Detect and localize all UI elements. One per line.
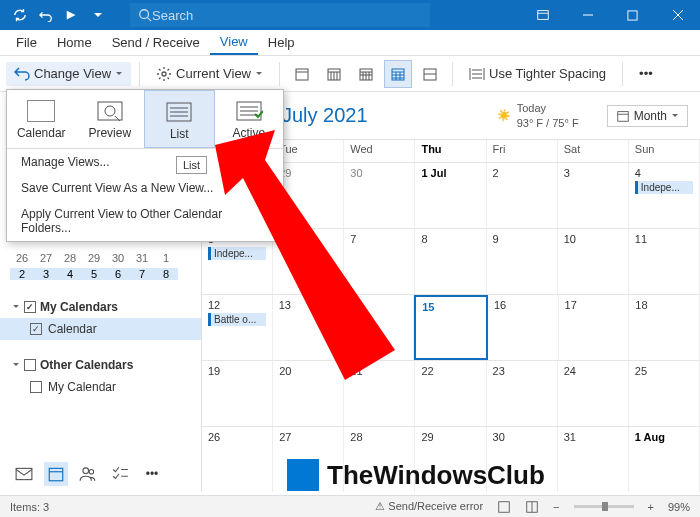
- search-input[interactable]: [152, 8, 422, 23]
- gallery-active[interactable]: Active: [215, 90, 284, 148]
- chevron-down-icon: [115, 70, 123, 78]
- ribbon-mode-icon[interactable]: [520, 0, 565, 30]
- svg-rect-16: [98, 102, 122, 120]
- day-cell[interactable]: 17: [559, 295, 630, 360]
- checkbox-icon[interactable]: [24, 359, 36, 371]
- schedule-view-button[interactable]: [416, 60, 444, 88]
- day-cell[interactable]: 26: [202, 427, 273, 492]
- close-icon[interactable]: [655, 0, 700, 30]
- minimize-icon[interactable]: [565, 0, 610, 30]
- qat-forward-icon[interactable]: [60, 3, 84, 27]
- status-items: Items: 3: [10, 501, 49, 513]
- gallery-apply-view[interactable]: Apply Current View to Other Calendar Fol…: [7, 201, 283, 241]
- event[interactable]: Battle o...: [208, 313, 266, 326]
- day-cell[interactable]: 23: [487, 361, 558, 426]
- day-cell[interactable]: 18: [629, 295, 700, 360]
- day-cell[interactable]: 16: [488, 295, 559, 360]
- gallery-list[interactable]: List: [144, 90, 215, 148]
- current-view-label: Current View: [176, 66, 251, 81]
- mail-icon[interactable]: [12, 462, 36, 486]
- day-cell[interactable]: 24: [558, 361, 629, 426]
- day-cell[interactable]: 1 Jul: [415, 163, 486, 228]
- chevron-down-icon: [671, 112, 679, 120]
- tasks-icon[interactable]: [108, 462, 132, 486]
- people-icon[interactable]: [76, 462, 100, 486]
- view-normal-icon[interactable]: [497, 500, 511, 514]
- undo-icon[interactable]: [34, 3, 58, 27]
- sidebar-my-calendar-item[interactable]: My Calendar: [0, 376, 201, 398]
- gallery-manage-views[interactable]: Manage Views...: [7, 149, 283, 175]
- change-view-button[interactable]: Change View: [6, 62, 131, 86]
- sync-icon[interactable]: [8, 3, 32, 27]
- month-title: July 2021: [282, 104, 368, 127]
- mini-cal-row[interactable]: 2345678: [0, 266, 201, 282]
- maximize-icon[interactable]: [610, 0, 655, 30]
- day-cell[interactable]: 27: [273, 427, 344, 492]
- menu-file[interactable]: File: [6, 31, 47, 54]
- day-cell[interactable]: 30: [344, 163, 415, 228]
- day-cell[interactable]: 7: [344, 229, 415, 294]
- menu-home[interactable]: Home: [47, 31, 102, 54]
- month-view-button[interactable]: [384, 60, 412, 88]
- view-reading-icon[interactable]: [525, 500, 539, 514]
- tighter-spacing-button[interactable]: Use Tighter Spacing: [461, 62, 614, 86]
- checkbox-icon[interactable]: ✓: [24, 301, 36, 313]
- event[interactable]: Indepe...: [208, 247, 266, 260]
- day-view-button[interactable]: [288, 60, 316, 88]
- more-button[interactable]: •••: [631, 62, 661, 85]
- menu-view[interactable]: View: [210, 30, 258, 55]
- svg-rect-10: [49, 468, 63, 480]
- day-cell[interactable]: 8: [415, 229, 486, 294]
- svg-rect-13: [617, 111, 628, 121]
- gallery-save-view[interactable]: Save Current View As a New View...: [7, 175, 283, 201]
- workweek-view-button[interactable]: [320, 60, 348, 88]
- day-cell[interactable]: 25: [629, 361, 700, 426]
- day-cell[interactable]: 11: [629, 229, 700, 294]
- search-icon: [138, 8, 152, 22]
- day-cell[interactable]: 9: [487, 229, 558, 294]
- status-error[interactable]: ⚠ Send/Receive error: [375, 500, 483, 513]
- day-cell[interactable]: 10: [558, 229, 629, 294]
- day-cell[interactable]: 14: [343, 295, 414, 360]
- sidebar-my-calendars[interactable]: ✓My Calendars: [0, 296, 201, 318]
- gallery-preview[interactable]: Preview: [76, 90, 145, 148]
- day-cell[interactable]: 21: [344, 361, 415, 426]
- view-month-dropdown[interactable]: Month: [607, 105, 688, 127]
- day-cell[interactable]: 30: [487, 427, 558, 492]
- sidebar-other-calendars[interactable]: Other Calendars: [0, 354, 201, 376]
- day-cell[interactable]: 22: [415, 361, 486, 426]
- day-cell-today[interactable]: 15: [414, 295, 488, 360]
- menu-help[interactable]: Help: [258, 31, 305, 54]
- checkbox-icon[interactable]: ✓: [30, 323, 42, 335]
- day-cell[interactable]: 20: [273, 361, 344, 426]
- calendar-icon: [616, 109, 630, 123]
- day-cell[interactable]: 1 Aug: [629, 427, 700, 492]
- menu-send-receive[interactable]: Send / Receive: [102, 31, 210, 54]
- svg-point-3: [162, 72, 166, 76]
- day-cell[interactable]: 4Indepe...: [629, 163, 700, 228]
- status-zoom[interactable]: 99%: [668, 501, 690, 513]
- weather[interactable]: ☀️ Today93° F / 75° F: [497, 101, 579, 130]
- svg-point-12: [89, 470, 94, 475]
- event[interactable]: Indepe...: [635, 181, 693, 194]
- day-cell[interactable]: 13: [273, 295, 344, 360]
- qat-dropdown-icon[interactable]: [86, 3, 110, 27]
- nav-more-icon[interactable]: •••: [140, 462, 164, 486]
- checkbox-icon[interactable]: [30, 381, 42, 393]
- search-box[interactable]: [130, 3, 430, 27]
- ellipsis-icon: •••: [639, 66, 653, 81]
- day-cell[interactable]: 12Battle o...: [202, 295, 273, 360]
- sidebar-calendar-item[interactable]: ✓Calendar: [0, 318, 201, 340]
- current-view-button[interactable]: Current View: [148, 62, 271, 86]
- day-cell[interactable]: 29: [415, 427, 486, 492]
- calendar-icon[interactable]: [44, 462, 68, 486]
- day-cell[interactable]: 2: [487, 163, 558, 228]
- mini-cal-row[interactable]: 2627282930311: [0, 250, 201, 266]
- day-cell[interactable]: 28: [344, 427, 415, 492]
- gallery-calendar[interactable]: Calendar: [7, 90, 76, 148]
- chevron-down-icon: [12, 303, 20, 311]
- day-cell[interactable]: 31: [558, 427, 629, 492]
- week-view-button[interactable]: [352, 60, 380, 88]
- day-cell[interactable]: 19: [202, 361, 273, 426]
- day-cell[interactable]: 3: [558, 163, 629, 228]
